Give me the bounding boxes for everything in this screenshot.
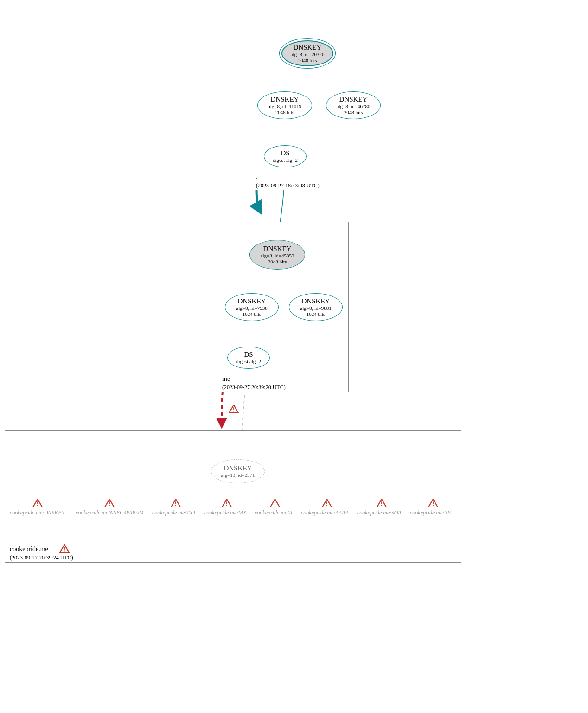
node-ds-me[interactable]: DS digest alg=2 [227, 347, 270, 369]
rrset-a[interactable]: cookepride.me/A [255, 509, 292, 516]
warning-icon [322, 499, 332, 507]
warning-icon [104, 499, 115, 507]
zone-root-timestamp: (2023-09-27 18:43:08 UTC) [256, 182, 320, 189]
dnskey-label: DNSKEY [211, 464, 264, 472]
svg-rect-19 [64, 551, 65, 552]
me-zsk1-sub: alg=8, id=7938 [225, 305, 278, 311]
dnskey-label: DNSKEY [225, 297, 278, 305]
warning-icon [222, 499, 232, 507]
warning-icon [59, 544, 70, 553]
cp-dnskey-sub: alg=13, id=2371 [211, 472, 264, 478]
warning-icon [171, 499, 181, 507]
root-ds-sub: digest alg=2 [264, 157, 306, 163]
me-zsk1-bits: 1024 bits [225, 311, 278, 317]
zone-cp-timestamp: (2023-09-27 20:39:24 UTC) [10, 554, 73, 561]
rrset-mx[interactable]: cookepride.me/MX [204, 509, 246, 516]
svg-rect-11 [275, 505, 275, 506]
zone-root-name: . [256, 173, 258, 180]
rrset-txt[interactable]: cookepride.me/TXT [152, 509, 196, 516]
svg-rect-10 [275, 501, 275, 504]
dnskey-label: DNSKEY [326, 95, 380, 103]
rrset-dnskey[interactable]: cookepride.me/DNSKEY [10, 509, 64, 516]
svg-rect-1 [233, 411, 234, 412]
root-zsk1-sub: alg=8, id=11019 [258, 103, 312, 109]
rrset-ns[interactable]: cookepride.me/NS [410, 509, 451, 516]
root-zsk1-bits: 2048 bits [258, 109, 312, 116]
warning-icon [428, 499, 438, 507]
warning-icon [377, 499, 387, 507]
node-dnskey-me-ksk[interactable]: DNSKEY alg=8, id=45352 2048 bits [249, 240, 305, 270]
node-dnskey-cookepride[interactable]: DNSKEY alg=13, id=2371 [211, 459, 265, 483]
zone-label-root: . (2023-09-27 18:43:08 UTC) [256, 173, 320, 190]
svg-rect-8 [226, 501, 227, 504]
me-ksk-bits: 2048 bits [250, 259, 305, 265]
me-zsk2-sub: alg=8, id=9681 [289, 305, 342, 311]
node-dnskey-me-zsk1[interactable]: DNSKEY alg=8, id=7938 1024 bits [225, 293, 279, 321]
ds-label: DS [264, 149, 306, 157]
svg-rect-3 [37, 505, 38, 506]
warning-icon [270, 499, 280, 507]
node-dnskey-root-zsk1[interactable]: DNSKEY alg=8, id=11019 2048 bits [257, 91, 312, 119]
svg-rect-16 [433, 501, 434, 504]
rrset-nsec3param[interactable]: cookepride.me/NSEC3PARAM [76, 509, 144, 516]
dnskey-label: DNSKEY [280, 43, 335, 51]
warning-icon [229, 405, 239, 413]
root-zsk2-sub: alg=8, id=46780 [326, 103, 380, 109]
dnskey-label: DNSKEY [258, 95, 312, 103]
svg-rect-18 [64, 547, 65, 549]
svg-rect-9 [226, 505, 227, 506]
svg-rect-5 [109, 505, 110, 506]
root-zsk2-bits: 2048 bits [326, 109, 380, 116]
dnskey-label: DNSKEY [289, 297, 342, 305]
zone-label-me: me (2023-09-27 20:39:20 UTC) [222, 375, 286, 392]
node-dnskey-root-zsk2[interactable]: DNSKEY alg=8, id=46780 2048 bits [326, 91, 381, 119]
node-dnskey-me-zsk2[interactable]: DNSKEY alg=8, id=9681 1024 bits [289, 293, 343, 321]
zone-me-timestamp: (2023-09-27 20:39:20 UTC) [222, 384, 286, 391]
ds-label: DS [228, 350, 269, 359]
svg-rect-13 [326, 505, 327, 506]
me-ds-sub: digest alg=2 [228, 359, 269, 365]
zone-me-name: me [222, 375, 230, 382]
zone-box-cookepride [5, 430, 461, 563]
svg-rect-2 [37, 501, 38, 504]
svg-rect-14 [381, 501, 382, 504]
svg-rect-4 [109, 501, 110, 504]
root-ksk-bits: 2048 bits [280, 58, 335, 64]
zone-cp-name: cookepride.me [10, 546, 48, 552]
me-ksk-sub: alg=8, id=45352 [250, 253, 305, 259]
edge-me-to-cp-dashed-red [222, 391, 223, 427]
me-zsk2-bits: 1024 bits [289, 311, 342, 317]
rrset-soa[interactable]: cookepride.me/SOA [357, 509, 402, 516]
dnskey-label: DNSKEY [250, 244, 305, 253]
svg-rect-0 [233, 407, 234, 410]
svg-rect-7 [175, 505, 176, 506]
root-ksk-sub: alg=8, id=20326 [280, 51, 335, 58]
node-ds-root[interactable]: DS digest alg=2 [264, 145, 307, 167]
rrset-aaaa[interactable]: cookepride.me/AAAA [301, 509, 349, 516]
edge-root-to-me-thick [256, 189, 261, 212]
svg-rect-17 [433, 505, 434, 506]
svg-rect-15 [381, 505, 382, 506]
svg-rect-12 [326, 501, 327, 504]
node-dnskey-root-ksk[interactable]: DNSKEY alg=8, id=20326 2048 bits [279, 38, 336, 69]
svg-rect-6 [175, 501, 176, 504]
warning-icon [32, 499, 43, 507]
